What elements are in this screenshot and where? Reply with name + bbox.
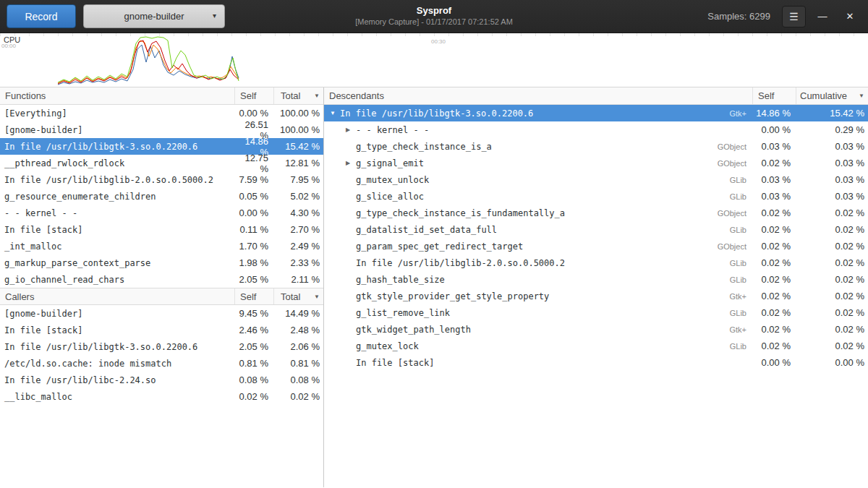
column-header-functions[interactable]: Functions: [0, 87, 234, 104]
minimize-icon: —: [818, 11, 827, 22]
function-name: [gnome-builder]: [0, 309, 234, 319]
function-name: In file [stack]: [0, 225, 234, 235]
cpu-graph-area[interactable]: CPU 00:00 00:30: [0, 33, 868, 87]
tree-row[interactable]: ▼In file /usr/lib/libgtk-3.so.0.2200.6Gt…: [324, 105, 868, 121]
column-header-self[interactable]: Self: [234, 288, 273, 304]
descendants-table: ▼In file /usr/lib/libgtk-3.so.0.2200.6Gt…: [324, 105, 868, 371]
right-pane: Descendants Self Cumulative ▼ ▼In file /…: [324, 87, 868, 487]
function-name: __libc_malloc: [0, 392, 234, 402]
tree-row[interactable]: gtk_style_provider_get_style_propertyGtk…: [324, 288, 868, 304]
expander-closed-icon[interactable]: ▶: [346, 127, 356, 133]
table-row[interactable]: In file /usr/lib/libgtk-3.so.0.2200.62.0…: [0, 338, 323, 355]
self-percent: 0.02 %: [752, 341, 796, 351]
tree-name-cell: In file [stack]: [324, 358, 752, 368]
expander-closed-icon[interactable]: ▶: [346, 160, 356, 166]
minimize-button[interactable]: —: [812, 6, 833, 27]
table-row[interactable]: In file /usr/lib/libglib-2.0.so.0.5000.2…: [0, 171, 323, 188]
sort-indicator-icon: ▼: [314, 294, 320, 300]
tree-row[interactable]: g_type_check_instance_is_fundamentally_a…: [324, 205, 868, 221]
table-row[interactable]: __libc_malloc0.02 %0.02 %: [0, 388, 323, 405]
cumulative-percent: 0.02 %: [796, 257, 868, 268]
function-name: /etc/ld.so.cache: inode mismatch: [0, 359, 234, 369]
menu-button[interactable]: ☰: [782, 6, 806, 27]
total-percent: 7.95 %: [273, 174, 323, 185]
tree-row[interactable]: g_mutex_unlockGLib0.03 %0.03 %: [324, 171, 868, 188]
table-row[interactable]: _int_malloc1.70 %2.49 %: [0, 238, 323, 254]
table-row[interactable]: /etc/ld.so.cache: inode mismatch0.81 %0.…: [0, 355, 323, 372]
library-category: GLib: [730, 226, 752, 234]
self-percent: 2.05 %: [234, 341, 273, 352]
app-title: Sysprof: [355, 5, 513, 16]
column-header-total[interactable]: Total ▼: [273, 87, 323, 104]
process-selector-dropdown[interactable]: gnome-builder ▾: [83, 4, 225, 28]
table-row[interactable]: g_resource_enumerate_children0.05 %5.02 …: [0, 188, 323, 205]
tree-row[interactable]: g_type_check_instance_is_aGObject0.03 %0…: [324, 138, 868, 155]
tree-row[interactable]: g_mutex_lockGLib0.02 %0.02 %: [324, 338, 868, 354]
tree-name-cell: ▼In file /usr/lib/libgtk-3.so.0.2200.6Gt…: [324, 108, 752, 119]
cumulative-percent: 0.02 %: [796, 274, 868, 285]
function-name: In file /usr/lib/libgtk-3.so.0.2200.6: [0, 342, 234, 352]
table-row[interactable]: [gnome-builder]9.45 %14.49 %: [0, 305, 323, 322]
column-header-callers[interactable]: Callers: [0, 288, 234, 304]
tree-row[interactable]: In file [stack]0.00 %0.00 %: [324, 354, 868, 371]
function-name: g_resource_enumerate_children: [0, 192, 234, 202]
function-name: g_datalist_id_set_data_full: [356, 225, 497, 235]
column-header-self[interactable]: Self: [752, 87, 796, 104]
self-percent: 0.02 %: [234, 391, 273, 402]
table-row[interactable]: - - kernel - -0.00 %4.30 %: [0, 205, 323, 221]
expander-open-icon[interactable]: ▼: [330, 110, 340, 116]
tree-row[interactable]: g_param_spec_get_redirect_targetGObject0…: [324, 238, 868, 254]
function-name: g_markup_parse_context_parse: [0, 258, 234, 268]
total-percent: 2.33 %: [273, 257, 323, 268]
tree-row[interactable]: g_list_remove_linkGLib0.02 %0.02 %: [324, 304, 868, 321]
function-name: - - kernel - -: [0, 208, 234, 218]
tree-row[interactable]: ▶g_signal_emitGObject0.02 %0.03 %: [324, 155, 868, 171]
library-category: GLib: [730, 176, 752, 184]
close-button[interactable]: ✕: [839, 6, 861, 27]
tree-row[interactable]: gtk_widget_path_lengthGtk+0.02 %0.02 %: [324, 321, 868, 338]
library-category: GObject: [718, 159, 752, 168]
total-percent: 12.81 %: [273, 158, 323, 168]
table-row[interactable]: [Everything]0.00 %100.00 %: [0, 105, 323, 121]
function-name: gtk_widget_path_length: [356, 325, 471, 335]
function-name: g_list_remove_link: [356, 308, 450, 318]
table-row[interactable]: In file [stack]0.11 %2.70 %: [0, 221, 323, 238]
hamburger-icon: ☰: [789, 11, 799, 22]
table-row[interactable]: g_io_channel_read_chars2.05 %2.11 %: [0, 271, 323, 288]
tree-row[interactable]: g_hash_table_sizeGLib0.02 %0.02 %: [324, 271, 868, 288]
function-name: In file /usr/lib/libc-2.24.so: [0, 375, 234, 385]
table-row[interactable]: In file /usr/lib/libc-2.24.so0.08 %0.08 …: [0, 372, 323, 388]
timeline-tick-mid: 00:30: [431, 38, 446, 45]
self-percent: 0.02 %: [752, 241, 796, 252]
close-icon: ✕: [846, 11, 854, 22]
table-row[interactable]: [gnome-builder]26.51 %100.00 %: [0, 121, 323, 138]
cumulative-percent: 0.02 %: [796, 241, 868, 252]
cumulative-percent: 0.03 %: [796, 158, 868, 168]
total-percent: 2.70 %: [273, 224, 323, 235]
table-row[interactable]: g_markup_parse_context_parse1.98 %2.33 %: [0, 254, 323, 271]
total-percent: 2.11 %: [273, 274, 323, 285]
tree-row[interactable]: In file /usr/lib/libglib-2.0.so.0.5000.2…: [324, 254, 868, 271]
function-name: g_io_channel_read_chars: [0, 275, 234, 285]
self-percent: 0.05 %: [234, 191, 273, 202]
table-row[interactable]: __pthread_rwlock_rdlock12.75 %12.81 %: [0, 155, 323, 171]
column-header-cumulative[interactable]: Cumulative ▼: [796, 87, 868, 104]
cumulative-percent: 0.02 %: [796, 291, 868, 301]
capture-subtitle: [Memory Capture] - 01/17/2017 07:21:52 A…: [355, 17, 513, 26]
column-header-total-label: Total: [281, 291, 300, 302]
tree-row[interactable]: g_slice_allocGLib0.03 %0.03 %: [324, 188, 868, 205]
table-row[interactable]: In file /usr/lib/libgtk-3.so.0.2200.614.…: [0, 138, 323, 155]
column-header-self[interactable]: Self: [234, 87, 273, 104]
function-name: g_type_check_instance_is_a: [356, 142, 492, 152]
tree-row[interactable]: ▶- - kernel - -0.00 %0.29 %: [324, 121, 868, 138]
sort-indicator-icon: ▼: [859, 93, 864, 99]
column-header-total[interactable]: Total ▼: [273, 288, 323, 304]
record-button[interactable]: Record: [7, 4, 76, 28]
column-header-descendants[interactable]: Descendants: [324, 87, 752, 104]
total-percent: 2.06 %: [273, 341, 323, 352]
table-row[interactable]: In file [stack]2.46 %2.48 %: [0, 322, 323, 338]
library-category: GLib: [730, 342, 752, 351]
function-name: g_param_spec_get_redirect_target: [356, 241, 523, 252]
tree-row[interactable]: g_datalist_id_set_data_fullGLib0.02 %0.0…: [324, 221, 868, 238]
function-name: g_mutex_lock: [356, 341, 419, 351]
